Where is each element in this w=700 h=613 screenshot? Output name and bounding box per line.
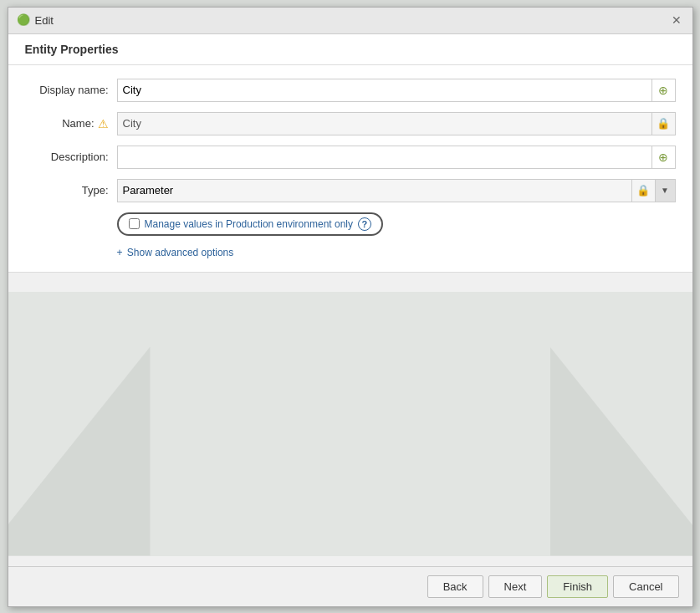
close-icon: ✕ [672, 13, 682, 27]
close-button[interactable]: ✕ [669, 13, 684, 28]
back-button[interactable]: Back [427, 575, 483, 598]
show-advanced-options-link[interactable]: + Show advanced options [117, 247, 234, 258]
description-input-wrapper: ⊕ [117, 146, 676, 169]
display-name-input[interactable] [118, 80, 651, 100]
type-lock-icon: 🔒 [631, 180, 655, 202]
bg-shape-right [550, 347, 692, 556]
type-label: Type: [25, 184, 117, 197]
background-decoration [8, 292, 692, 556]
type-select-wrapper: Parameter Text Number Boolean 🔒 ▼ [117, 179, 676, 202]
cancel-button[interactable]: Cancel [613, 575, 678, 598]
next-button[interactable]: Next [488, 575, 543, 598]
description-row: Description: ⊕ [25, 146, 676, 169]
plus-icon: + [117, 247, 123, 258]
name-label: Name: ⚠ [25, 117, 117, 130]
name-warning-icon: ⚠ [98, 117, 109, 130]
finish-button[interactable]: Finish [547, 575, 608, 598]
bg-shape-left [8, 347, 151, 556]
display-name-globe-icon[interactable]: ⊕ [651, 79, 675, 101]
section-header: Entity Properties [8, 34, 692, 65]
arrow-down-icon: ▼ [661, 186, 669, 195]
name-input[interactable] [118, 114, 651, 133]
section-title: Entity Properties [25, 43, 119, 56]
manage-help-icon[interactable]: ? [358, 217, 371, 231]
manage-checkbox-label: Manage values in Production environment … [145, 218, 353, 230]
manage-checkbox[interactable] [129, 218, 140, 229]
display-name-label: Display name: [25, 84, 117, 96]
globe-icon: ⊕ [658, 84, 668, 97]
dialog-title: Edit [35, 14, 54, 27]
type-dropdown-arrow[interactable]: ▼ [655, 180, 675, 202]
description-label: Description: [25, 151, 117, 163]
display-name-row: Display name: ⊕ [25, 79, 676, 102]
lock-icon: 🔒 [657, 117, 670, 130]
type-row: Type: Parameter Text Number Boolean 🔒 ▼ [25, 179, 676, 202]
title-bar: 🟢 Edit ✕ [8, 8, 692, 34]
title-bar-left: 🟢 Edit [17, 13, 54, 27]
dialog-icon: 🟢 [17, 13, 30, 27]
name-lock-icon[interactable]: 🔒 [651, 113, 675, 135]
dialog-body: Entity Properties Display name: ⊕ Name: … [8, 34, 692, 566]
description-globe-icon[interactable]: ⊕ [651, 146, 675, 168]
advanced-options-row: + Show advanced options [117, 246, 676, 258]
display-name-input-wrapper: ⊕ [117, 79, 676, 102]
dialog-footer: Back Next Finish Cancel [8, 566, 692, 606]
name-row: Name: ⚠ 🔒 [25, 112, 676, 135]
form-area: Display name: ⊕ Name: ⚠ 🔒 [8, 65, 692, 273]
globe-icon-2: ⊕ [658, 151, 668, 164]
name-input-wrapper: 🔒 [117, 112, 676, 135]
type-select[interactable]: Parameter Text Number Boolean [118, 181, 631, 200]
manage-checkbox-row: Manage values in Production environment … [117, 212, 676, 236]
advanced-options-label: Show advanced options [127, 247, 233, 258]
manage-checkbox-pill: Manage values in Production environment … [117, 212, 383, 236]
description-input[interactable] [118, 147, 651, 166]
edit-dialog: 🟢 Edit ✕ Entity Properties Display name:… [8, 7, 693, 607]
